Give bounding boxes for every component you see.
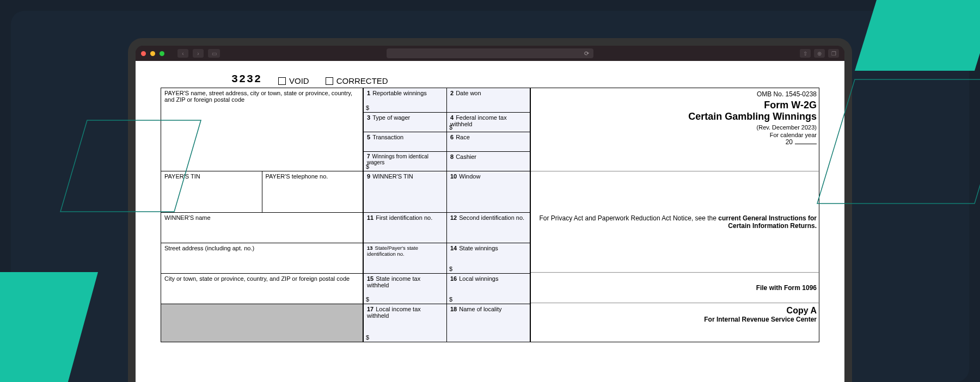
copy-subtitle: For Internal Revenue Service Center <box>533 316 817 323</box>
box-17[interactable]: 17Local income tax withheld$ <box>364 304 447 342</box>
form-sidebar: OMB No. 1545-0238 Form W-2G Certain Gamb… <box>530 88 819 342</box>
refresh-icon[interactable]: ⟳ <box>584 50 589 57</box>
box-4[interactable]: 4Federal income tax withheld$ <box>447 112 530 132</box>
void-label: VOID <box>289 76 309 85</box>
maximize-dot-icon[interactable] <box>160 51 164 56</box>
box-6[interactable]: 6Race <box>447 132 530 151</box>
corrected-label: CORRECTED <box>336 76 388 85</box>
close-dot-icon[interactable] <box>141 51 146 56</box>
nav-back-button[interactable]: ‹ <box>177 49 188 58</box>
box-14[interactable]: 14State winnings$ <box>447 243 530 273</box>
share-icon[interactable]: ⇧ <box>800 49 811 58</box>
form-code: 3232 <box>231 73 262 85</box>
box-13[interactable]: 13State/Payer's state identification no. <box>364 243 447 273</box>
box-5[interactable]: 5Transaction <box>364 132 447 151</box>
nav-forward-button[interactable]: › <box>193 49 204 58</box>
year-prefix: 20 <box>786 138 793 146</box>
document-viewport: 3232 VOID CORRECTED PAYER'S name, street… <box>136 61 844 382</box>
box-12[interactable]: 12Second identification no. <box>447 212 530 243</box>
form-grid: PAYER'S name, street address, city or to… <box>161 88 819 342</box>
file-with: File with Form 1096 <box>756 284 817 292</box>
winner-name-field[interactable]: WINNER'S name <box>161 212 363 243</box>
box-1[interactable]: 1Reportable winnings$ <box>364 88 447 112</box>
void-checkbox[interactable]: VOID <box>278 76 309 85</box>
box-18[interactable]: 18Name of locality <box>447 304 530 342</box>
copy-label: Copy A <box>533 306 817 316</box>
laptop-frame: ‹ › ▭ ⟳ ⇧ ⊕ ❐ 3232 VOID CORRECTED PAYER'… <box>128 38 852 382</box>
box-8[interactable]: 8Cashier <box>447 151 530 171</box>
new-tab-icon[interactable]: ⊕ <box>814 49 825 58</box>
form-header-row: 3232 VOID CORRECTED <box>231 73 819 85</box>
omb-number: OMB No. 1545-0238 <box>533 90 817 98</box>
laptop-screen: ‹ › ▭ ⟳ ⇧ ⊕ ❐ 3232 VOID CORRECTED PAYER'… <box>136 46 844 382</box>
box-10[interactable]: 10Window <box>447 171 530 212</box>
address-bar[interactable]: ⟳ <box>387 48 593 58</box>
city-field[interactable]: City or town, state or province, country… <box>161 273 363 304</box>
box-9[interactable]: 9WINNER'S TIN <box>364 171 447 212</box>
street-address-field[interactable]: Street address (including apt. no.) <box>161 243 363 273</box>
tabs-icon[interactable]: ❐ <box>828 49 839 58</box>
year-blank[interactable] <box>795 144 817 144</box>
form-subtitle: Certain Gambling Winnings <box>533 111 817 122</box>
form-name: Form W-2G <box>533 100 817 111</box>
calendar-year-label: For calendar year <box>533 132 817 138</box>
box-11[interactable]: 11First identification no. <box>364 212 447 243</box>
privacy-notice-2: current General Instructions for Certain… <box>718 214 817 230</box>
payer-telephone-field[interactable]: PAYER'S telephone no. <box>262 171 364 212</box>
box-7[interactable]: 7Winnings from identical wagers$ <box>364 151 447 171</box>
box-2[interactable]: 2Date won <box>447 88 530 112</box>
corrected-checkbox[interactable]: CORRECTED <box>326 76 388 85</box>
numbered-boxes: 1Reportable winnings$ 2Date won 3Type of… <box>364 88 530 342</box>
box-16[interactable]: 16Local winnings$ <box>447 273 530 304</box>
box-3[interactable]: 3Type of wager <box>364 112 447 132</box>
browser-chrome: ‹ › ▭ ⟳ ⇧ ⊕ ❐ <box>136 46 844 61</box>
box-15[interactable]: 15State income tax withheld$ <box>364 273 447 304</box>
privacy-notice-1: For Privacy Act and Paperwork Reduction … <box>539 214 718 222</box>
revision: (Rev. December 2023) <box>533 124 817 131</box>
blocked-area <box>161 304 363 342</box>
sidebar-toggle-button[interactable]: ▭ <box>208 49 220 58</box>
minimize-dot-icon[interactable] <box>150 51 155 56</box>
